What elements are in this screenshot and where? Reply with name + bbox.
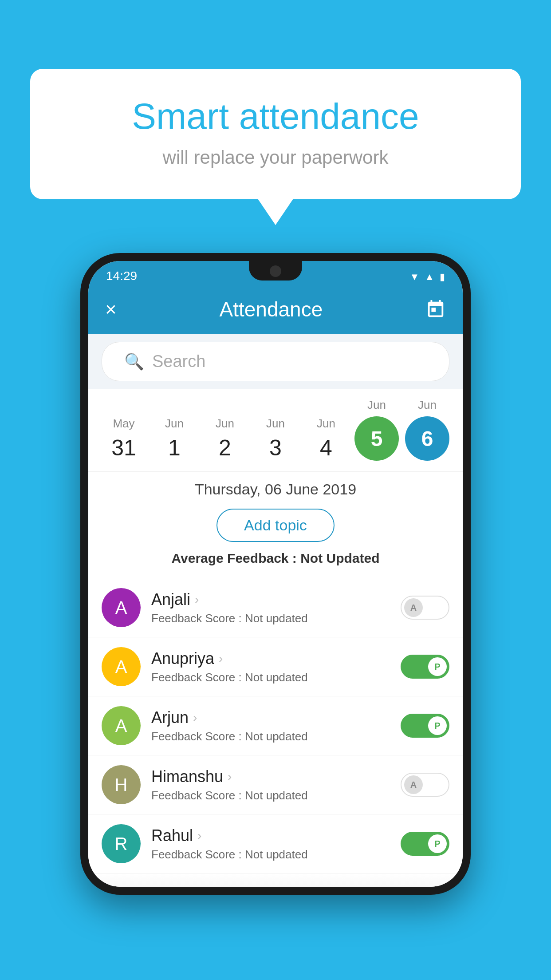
date-number: 4 xyxy=(320,435,332,461)
chevron-right-icon: › xyxy=(197,829,201,843)
status-time: 14:29 xyxy=(106,269,137,283)
date-number: 5 xyxy=(371,427,383,451)
student-list: A Anjali › Feedback Score : Not updated … xyxy=(88,578,463,873)
selected-date: Thursday, 06 June 2019 xyxy=(102,481,449,498)
avatar: A xyxy=(102,706,141,745)
toggle-knob: P xyxy=(428,716,447,735)
chevron-right-icon: › xyxy=(228,770,232,784)
date-number: 3 xyxy=(269,435,282,461)
student-name: Anupriya › xyxy=(151,649,390,668)
header-title: Attendance xyxy=(219,297,323,321)
student-info: Anupriya › Feedback Score : Not updated xyxy=(151,649,390,684)
date-item-jun3[interactable]: Jun 3 xyxy=(253,417,298,461)
phone-camera xyxy=(270,265,281,277)
student-row[interactable]: R Rahul › Feedback Score : Not updated P xyxy=(88,814,463,873)
feedback-score: Feedback Score : Not updated xyxy=(151,671,390,684)
bubble-subtitle: will replace your paperwork xyxy=(66,147,485,168)
date-circle-blue: 6 xyxy=(405,416,449,461)
date-item-jun1[interactable]: Jun 1 xyxy=(152,417,197,461)
bubble-title: Smart attendance xyxy=(66,95,485,137)
search-container: 🔍 Search xyxy=(88,334,463,389)
date-month: Jun xyxy=(317,417,335,431)
date-item-jun6[interactable]: Jun 6 xyxy=(405,398,449,461)
date-number: 31 xyxy=(111,435,136,461)
avatar: H xyxy=(102,765,141,804)
toggle-knob: A xyxy=(404,598,423,617)
signal-icon xyxy=(425,269,434,283)
phone-frame: 14:29 × Attendance 🔍 Search xyxy=(80,253,471,895)
date-month: Jun xyxy=(418,398,437,412)
app-header: × Attendance xyxy=(88,288,463,334)
feedback-score: Feedback Score : Not updated xyxy=(151,730,390,743)
date-item-jun4[interactable]: Jun 4 xyxy=(304,417,348,461)
student-name: Himanshu › xyxy=(151,767,390,786)
student-row[interactable]: H Himanshu › Feedback Score : Not update… xyxy=(88,755,463,814)
add-topic-button[interactable]: Add topic xyxy=(216,509,335,542)
speech-bubble-container: Smart attendance will replace your paper… xyxy=(30,69,521,199)
date-circle-green: 5 xyxy=(354,416,399,461)
wifi-icon xyxy=(409,269,419,283)
date-number: 1 xyxy=(168,435,181,461)
date-number: 6 xyxy=(421,427,433,451)
date-item-may31[interactable]: May 31 xyxy=(102,417,146,461)
student-row[interactable]: A Anupriya › Feedback Score : Not update… xyxy=(88,637,463,696)
student-row[interactable]: A Anjali › Feedback Score : Not updated … xyxy=(88,578,463,637)
date-item-jun5[interactable]: Jun 5 xyxy=(354,398,399,461)
feedback-score: Feedback Score : Not updated xyxy=(151,612,390,625)
avg-feedback: Average Feedback : Not Updated xyxy=(102,551,449,566)
date-info: Thursday, 06 June 2019 Add topic Average… xyxy=(88,471,463,578)
search-input-label[interactable]: Search xyxy=(152,352,205,371)
calendar-icon[interactable] xyxy=(425,299,446,320)
close-button[interactable]: × xyxy=(105,298,117,320)
search-icon: 🔍 xyxy=(124,352,144,371)
date-month: Jun xyxy=(216,417,234,431)
student-info: Arjun › Feedback Score : Not updated xyxy=(151,708,390,743)
avg-feedback-label: Average Feedback : xyxy=(171,551,296,565)
date-month: Jun xyxy=(367,398,386,412)
phone-wrapper: 14:29 × Attendance 🔍 Search xyxy=(80,253,471,895)
date-month: May xyxy=(113,417,134,431)
attendance-toggle-present[interactable]: P xyxy=(401,832,449,856)
battery-icon xyxy=(440,269,445,283)
student-info: Rahul › Feedback Score : Not updated xyxy=(151,826,390,861)
attendance-toggle-present[interactable]: P xyxy=(401,714,449,738)
toggle-knob: P xyxy=(428,834,447,853)
date-number: 2 xyxy=(219,435,231,461)
date-month: Jun xyxy=(266,417,285,431)
feedback-score: Feedback Score : Not updated xyxy=(151,848,390,861)
speech-bubble: Smart attendance will replace your paper… xyxy=(30,69,521,199)
phone-screen: 14:29 × Attendance 🔍 Search xyxy=(88,261,463,887)
date-strip: May 31 Jun 1 Jun 2 Jun 3 Jun 4 xyxy=(88,389,463,471)
avatar: A xyxy=(102,647,141,686)
attendance-toggle-present[interactable]: P xyxy=(401,655,449,679)
attendance-toggle-absent[interactable]: A xyxy=(401,596,449,620)
feedback-score: Feedback Score : Not updated xyxy=(151,789,390,802)
search-bar[interactable]: 🔍 Search xyxy=(102,342,449,381)
toggle-knob: P xyxy=(428,657,447,676)
phone-notch xyxy=(249,261,302,281)
bottom-fade xyxy=(88,873,463,887)
avatar: A xyxy=(102,588,141,627)
chevron-right-icon: › xyxy=(219,652,223,666)
attendance-toggle-absent[interactable]: A xyxy=(401,773,449,797)
student-name: Arjun › xyxy=(151,708,390,727)
student-name: Anjali › xyxy=(151,590,390,609)
student-row[interactable]: A Arjun › Feedback Score : Not updated P xyxy=(88,696,463,755)
avg-feedback-value: Not Updated xyxy=(300,551,379,565)
chevron-right-icon: › xyxy=(193,711,197,725)
status-icons xyxy=(409,269,445,283)
date-month: Jun xyxy=(165,417,184,431)
student-info: Anjali › Feedback Score : Not updated xyxy=(151,590,390,625)
date-item-jun2[interactable]: Jun 2 xyxy=(203,417,247,461)
chevron-right-icon: › xyxy=(195,593,199,607)
avatar: R xyxy=(102,824,141,863)
student-name: Rahul › xyxy=(151,826,390,845)
toggle-knob: A xyxy=(404,775,423,794)
student-info: Himanshu › Feedback Score : Not updated xyxy=(151,767,390,802)
